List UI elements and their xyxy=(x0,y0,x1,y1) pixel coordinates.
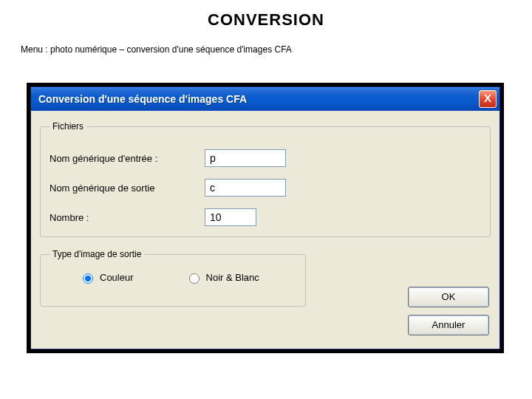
fieldset-files: Fichiers Nom générique d'entrée : Nom gé… xyxy=(40,121,491,237)
fieldset-output-legend: Type d'image de sortie xyxy=(50,249,144,259)
label-input-name: Nom générique d'entrée : xyxy=(50,153,205,164)
ok-button[interactable]: OK xyxy=(408,287,489,307)
fieldset-files-legend: Fichiers xyxy=(50,121,86,132)
close-icon[interactable]: X xyxy=(479,90,497,108)
count-field[interactable] xyxy=(205,208,256,226)
radio-item-color[interactable]: Couleur xyxy=(79,271,134,284)
radio-item-bw[interactable]: Noir & Blanc xyxy=(185,271,259,284)
dialog-client-area: Fichiers Nom générique d'entrée : Nom gé… xyxy=(31,111,499,349)
titlebar: Conversion d'une séquence d'images CFA X xyxy=(31,87,499,111)
screenshot-frame: Conversion d'une séquence d'images CFA X… xyxy=(27,83,504,353)
radio-color[interactable] xyxy=(83,273,93,284)
row-count: Nombre : xyxy=(50,208,481,226)
label-output-name: Nom générique de sortie xyxy=(50,183,205,194)
radio-group-output-type: Couleur Noir & Blanc xyxy=(50,265,296,287)
slide-title: CONVERSION xyxy=(0,0,532,30)
output-generic-name[interactable] xyxy=(205,179,286,197)
label-count: Nombre : xyxy=(50,212,205,223)
radio-bw[interactable] xyxy=(189,273,200,284)
button-column: OK Annuler xyxy=(408,287,489,335)
row-input-name: Nom générique d'entrée : xyxy=(50,149,481,167)
radio-bw-label: Noir & Blanc xyxy=(206,272,259,283)
row-output-name: Nom générique de sortie xyxy=(50,179,481,197)
fieldset-output-type: Type d'image de sortie Couleur Noir & Bl… xyxy=(40,249,306,307)
dialog-window: Conversion d'une séquence d'images CFA X… xyxy=(30,86,500,349)
titlebar-text: Conversion d'une séquence d'images CFA xyxy=(38,93,247,105)
input-generic-name[interactable] xyxy=(205,149,286,167)
menu-path-text: Menu : photo numérique – conversion d'un… xyxy=(0,30,532,55)
cancel-button[interactable]: Annuler xyxy=(408,315,489,335)
radio-color-label: Couleur xyxy=(100,272,134,283)
